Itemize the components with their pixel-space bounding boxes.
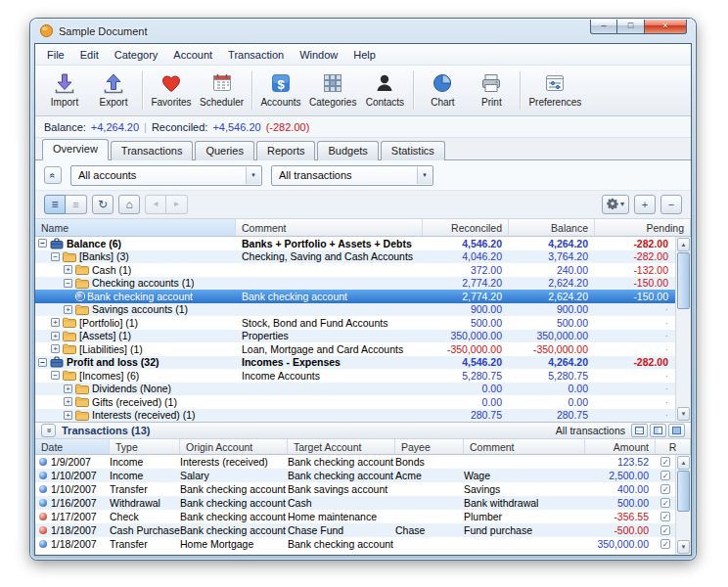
menu-item-transaction[interactable]: Transaction	[220, 46, 292, 64]
transactions-column-target-account[interactable]: Target Account	[288, 439, 395, 454]
tree-column-balance[interactable]: Balance	[509, 219, 595, 236]
tree-row[interactable]: +[Portfolio] (1)Stock, Bond and Fund Acc…	[35, 316, 691, 330]
refresh-button[interactable]: ↻	[92, 195, 114, 214]
tree-column-comment[interactable]: Comment	[236, 219, 423, 236]
tree-row[interactable]: Bank checking accountBank checking accou…	[35, 290, 691, 303]
transaction-row[interactable]: 1/17/2007CheckBank checking accountHome …	[35, 510, 691, 523]
tree-row[interactable]: +Dividends (None)0.000.00·	[35, 383, 691, 396]
tree-column-reconciled[interactable]: Reconciled	[423, 219, 509, 236]
collapse-icon[interactable]: −	[64, 279, 72, 288]
transactions-column-amount[interactable]: Amount	[585, 439, 656, 454]
collapse-icon[interactable]: −	[51, 371, 60, 380]
collapse-icon[interactable]: −	[51, 252, 60, 261]
tree-row[interactable]: +Savings accounts (1)900.00900.00·	[35, 303, 691, 317]
tree-row[interactable]: +Gifts (received) (1)0.000.00·	[35, 395, 691, 409]
print-button[interactable]: Print	[467, 69, 516, 109]
scrollbar-track[interactable]	[676, 309, 691, 406]
remove-button[interactable]: −	[660, 195, 682, 214]
scroll-up-button[interactable]: ▲	[677, 238, 690, 251]
details-view-button[interactable]: ≡	[66, 195, 87, 214]
tree-scrollbar[interactable]: ▲ ▼	[675, 237, 691, 422]
preferences-button[interactable]: Preferences	[524, 69, 585, 109]
tree-row[interactable]: +[Liabilities] (1)Loan, Mortgage and Car…	[35, 342, 691, 356]
transactions-column-comment[interactable]: Comment	[464, 439, 585, 454]
expand-icon[interactable]: +	[51, 318, 60, 327]
accounts-filter-select[interactable]: All accounts ▼	[70, 165, 262, 186]
scheduler-button[interactable]: Scheduler	[196, 69, 248, 109]
expand-icon[interactable]: +	[64, 305, 72, 314]
transaction-row[interactable]: 1/18/2007TransferHome MortgageBank check…	[35, 537, 691, 551]
export-button[interactable]: Export	[89, 69, 138, 109]
scrollbar-thumb[interactable]	[677, 252, 690, 309]
categories-button[interactable]: Categories	[305, 69, 360, 109]
menu-item-help[interactable]: Help	[345, 46, 384, 64]
titlebar[interactable]: Sample Document – □ ×	[30, 19, 696, 43]
tab-budgets[interactable]: Budgets	[317, 141, 378, 160]
contacts-button[interactable]: Contacts	[360, 69, 409, 109]
expand-icon[interactable]: +	[64, 411, 72, 420]
maximize-button[interactable]: □	[617, 20, 645, 34]
tree-row[interactable]: +Interests (received) (1)280.75280.75·	[35, 409, 691, 423]
expand-icon[interactable]: +	[51, 344, 60, 353]
transactions-column-date[interactable]: Date	[35, 439, 110, 454]
transaction-row[interactable]: 1/10/2007TransferBank checking accountBa…	[35, 482, 691, 496]
reconciled-checkbox[interactable]: ✓	[660, 512, 670, 521]
transactions-column-payee[interactable]: Payee	[395, 439, 464, 454]
scrollbar-track[interactable]	[676, 512, 691, 539]
transactions-view-button-1[interactable]	[631, 424, 648, 437]
tree-row[interactable]: −[Banks] (3)Checking, Saving and Cash Ac…	[35, 250, 691, 264]
tree-row[interactable]: −[Incomes] (6)Income Accounts5,280.755,2…	[35, 369, 691, 383]
tree-row[interactable]: +[Assets] (1)Properties350,000.00350,000…	[35, 330, 691, 343]
tree-column-pending[interactable]: Pending	[595, 219, 691, 236]
reconciled-checkbox[interactable]: ✓	[660, 457, 670, 467]
back-button[interactable]: ◄	[145, 195, 166, 214]
transaction-row[interactable]: 1/16/2007WithdrawalBank checking account…	[35, 496, 691, 510]
tab-queries[interactable]: Queries	[195, 141, 254, 160]
transaction-row[interactable]: 1/10/2007IncomeSalaryBank checking accou…	[35, 469, 691, 482]
close-button[interactable]: ×	[645, 20, 687, 34]
menu-item-account[interactable]: Account	[165, 46, 220, 64]
menu-item-file[interactable]: File	[39, 46, 72, 64]
menu-item-category[interactable]: Category	[107, 46, 166, 64]
expand-icon[interactable]: +	[64, 397, 72, 406]
tab-transactions[interactable]: Transactions	[111, 141, 194, 160]
forward-button[interactable]: ►	[166, 195, 188, 214]
reconciled-checkbox[interactable]: ✓	[660, 539, 670, 549]
menu-item-window[interactable]: Window	[292, 46, 345, 64]
import-button[interactable]: Import	[40, 69, 89, 109]
expand-icon[interactable]: +	[51, 332, 60, 340]
home-button[interactable]: ⌂	[118, 195, 140, 214]
tree-row[interactable]: −Checking accounts (1)2,774.202,624.20-1…	[35, 277, 691, 291]
reconciled-checkbox[interactable]: ✓	[660, 471, 670, 480]
scroll-up-button[interactable]: ▲	[677, 456, 690, 470]
transactions-column-type[interactable]: Type	[110, 439, 180, 454]
collapse-icon[interactable]: −	[38, 358, 47, 367]
tab-reports[interactable]: Reports	[256, 141, 316, 160]
transactions-view-button-3[interactable]	[668, 424, 685, 437]
expand-icon[interactable]: +	[64, 384, 72, 393]
transactions-view-button-2[interactable]	[650, 424, 666, 437]
tab-overview[interactable]: Overview	[42, 139, 109, 160]
tree-row[interactable]: −Balance (6)Banks + Portfolio + Assets +…	[35, 237, 691, 250]
add-button[interactable]: +	[634, 195, 656, 214]
tab-statistics[interactable]: Statistics	[381, 141, 445, 160]
collapse-transactions-button[interactable]: «	[41, 424, 56, 437]
transactions-column-origin-account[interactable]: Origin Account	[180, 439, 288, 454]
collapse-icon[interactable]: −	[38, 239, 47, 248]
transaction-row[interactable]: 1/18/2007Cash PurchaseBank checking acco…	[35, 523, 691, 537]
transactions-filter-label[interactable]: All transactions	[556, 425, 625, 436]
scrollbar-thumb[interactable]	[677, 471, 690, 512]
tree-column-name[interactable]: Name	[35, 219, 236, 236]
expand-icon[interactable]: +	[64, 265, 72, 274]
reconciled-checkbox[interactable]: ✓	[660, 498, 670, 508]
transactions-scrollbar[interactable]: ▲ ▼	[675, 455, 691, 555]
settings-menu-button[interactable]: ▾	[602, 195, 629, 214]
collapse-filters-button[interactable]: «	[44, 166, 62, 184]
tree-row[interactable]: +Cash (1)372.00240.00-132.00	[35, 263, 691, 277]
scroll-down-button[interactable]: ▼	[677, 540, 690, 554]
list-view-button[interactable]: ≡	[44, 195, 66, 214]
menu-item-edit[interactable]: Edit	[72, 46, 107, 64]
minimize-button[interactable]: –	[590, 20, 617, 34]
reconciled-checkbox[interactable]: ✓	[660, 484, 670, 494]
accounts-button[interactable]: $Accounts	[256, 69, 305, 109]
